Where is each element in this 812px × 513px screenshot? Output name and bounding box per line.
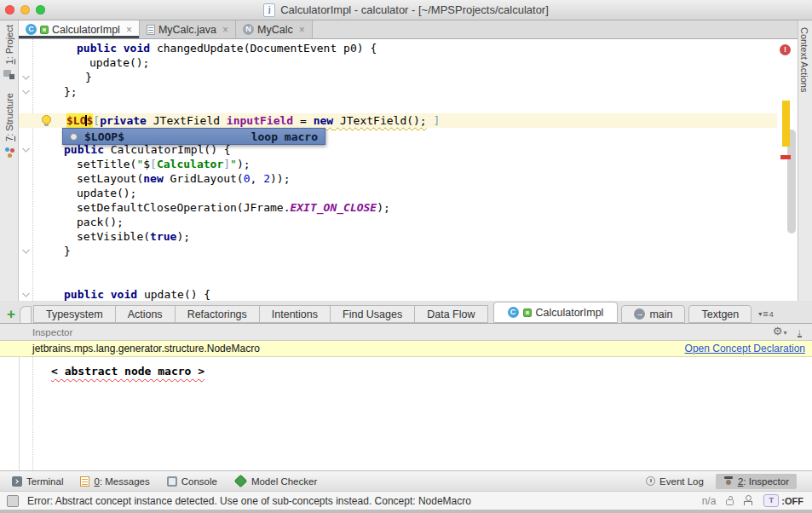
code-token[interactable]: public void — [77, 42, 157, 55]
code-token[interactable]: inputField — [227, 114, 293, 127]
tool-window-button-console[interactable]: Console — [167, 476, 217, 487]
code-token[interactable]: public — [64, 143, 104, 156]
code-token[interactable]: public void — [64, 288, 144, 301]
file-error-indicator-icon[interactable]: ! — [780, 44, 791, 55]
code-line[interactable] — [19, 258, 798, 273]
code-token[interactable]: )); — [270, 172, 290, 185]
inspector-cell-content[interactable]: < abstract node macro > — [51, 365, 204, 378]
intention-bulb-icon[interactable] — [42, 115, 51, 124]
code-token[interactable]: setVisible( — [77, 230, 150, 243]
inspector-body[interactable]: < abstract node macro > — [0, 357, 812, 470]
module-tab-main[interactable]: →main — [621, 305, 685, 323]
code-editor[interactable]: public void changedUpdate(DocumentEvent … — [19, 39, 798, 301]
code-token[interactable]: private — [100, 114, 147, 127]
aspect-tab-refactorings[interactable]: Refactorings — [176, 305, 260, 323]
aspect-tab-find-usages[interactable]: Find Usages — [331, 305, 415, 323]
code-token[interactable]: [ — [150, 158, 157, 170]
code-token[interactable]: JTextField(); — [333, 114, 427, 127]
close-tab-icon[interactable]: × — [126, 24, 132, 36]
code-token[interactable]: ); — [377, 201, 390, 214]
gear-icon[interactable]: ⚙▾ — [773, 326, 787, 338]
code-token[interactable]: ); — [237, 158, 251, 170]
code-token[interactable]: , — [251, 172, 264, 185]
code-token[interactable]: 0 — [244, 172, 251, 185]
code-line[interactable]: $LO$[private JTextField inputField = new… — [19, 113, 798, 128]
fold-marker-icon[interactable] — [21, 72, 30, 81]
close-tab-icon[interactable]: × — [299, 24, 305, 36]
code-token[interactable] — [427, 114, 434, 127]
code-token[interactable]: " — [230, 158, 237, 170]
tool-button-context-actions[interactable]: Context Actions — [799, 27, 809, 92]
code-line[interactable]: public void changedUpdate(DocumentEvent … — [19, 41, 798, 55]
completion-popup[interactable]: $LOOP$ loop macro — [62, 128, 325, 145]
fold-marker-icon[interactable] — [21, 246, 30, 255]
editor-tab[interactable]: CCalculatorImpl× — [19, 20, 140, 38]
close-tab-icon[interactable]: × — [222, 24, 228, 36]
code-line[interactable]: }; — [19, 84, 798, 99]
code-token[interactable]: CalculatorImpl() { — [104, 143, 231, 156]
code-token[interactable]: changedUpdate(DocumentEvent p0) { — [157, 42, 377, 55]
code-line[interactable]: update(); — [19, 186, 798, 200]
aspect-tab-intentions[interactable]: Intentions — [260, 305, 331, 323]
editor-tab[interactable]: MyCalc.java× — [140, 20, 236, 38]
hector-inspections-icon[interactable] — [744, 495, 753, 506]
unlock-icon[interactable] — [726, 499, 734, 505]
code-token[interactable]: ] — [223, 158, 230, 170]
code-token[interactable]: update(); — [77, 187, 136, 199]
code-token[interactable]: JTextField — [147, 114, 227, 127]
code-token[interactable]: EXIT_ON_CLOSE — [290, 201, 377, 214]
tool-window-button-eventlog[interactable]: Event Log — [646, 476, 704, 487]
tool-window-button-modelchecker[interactable]: Model Checker — [234, 476, 317, 487]
code-token[interactable]: new — [143, 172, 163, 185]
code-line[interactable] — [19, 99, 798, 113]
code-token[interactable]: = — [293, 114, 313, 127]
hide-panel-icon[interactable]: ↓ — [798, 327, 803, 337]
code-token[interactable]: Calculator — [157, 158, 223, 170]
tool-window-button-messages[interactable]: 0: Messages — [80, 476, 149, 487]
aspect-tab-typesystem[interactable]: Typesystem — [33, 305, 116, 323]
scrollbar-warning-stripe[interactable] — [782, 101, 790, 147]
code-token[interactable]: update(); — [89, 56, 149, 69]
tab-list-dropdown-icon[interactable]: ▾≡4 — [758, 308, 773, 319]
aspect-tab-data-flow[interactable]: Data Flow — [415, 305, 487, 323]
code-line[interactable]: update(); — [19, 55, 798, 70]
code-token[interactable]: setDefaultCloseOperation(JFrame. — [77, 201, 290, 214]
code-line[interactable] — [19, 273, 798, 287]
code-line[interactable]: } — [19, 244, 798, 258]
code-line[interactable]: public void update() { — [19, 287, 798, 301]
typesystem-badge[interactable]: T — [763, 494, 779, 507]
code-line[interactable]: setTitle("$[Calculator]"); — [19, 157, 798, 171]
code-token[interactable]: ); — [176, 230, 190, 243]
code-token[interactable] — [85, 115, 87, 126]
completion-item-name[interactable]: $LOOP$ — [84, 130, 124, 143]
aspect-tab-actions[interactable]: Actions — [116, 305, 176, 323]
tool-window-button-terminal[interactable]: Terminal — [12, 476, 63, 487]
tool-window-button-inspector[interactable]: 2: Inspector — [716, 474, 797, 489]
code-token[interactable]: [ — [93, 114, 100, 127]
tool-button-structure[interactable]: 7: Structure — [3, 93, 15, 159]
code-token[interactable]: true — [150, 230, 176, 243]
code-token[interactable]: } — [85, 71, 92, 84]
code-token[interactable]: ] — [434, 114, 441, 127]
code-token[interactable]: $ — [143, 158, 150, 170]
module-tab-textgen[interactable]: Textgen — [688, 305, 752, 323]
open-concept-declaration-link[interactable]: Open Concept Declaration — [685, 343, 805, 354]
editor-tab[interactable]: NMyCalc× — [236, 20, 313, 38]
add-aspect-tab-button[interactable]: + — [7, 307, 15, 321]
tool-button-project[interactable]: 1: Project — [3, 25, 14, 79]
toolwindow-toggle-icon[interactable] — [7, 495, 19, 507]
fold-marker-icon[interactable] — [21, 145, 30, 153]
fold-marker-icon[interactable] — [21, 290, 30, 298]
code-token[interactable]: 2 — [263, 172, 270, 185]
code-token[interactable]: setLayout( — [77, 172, 143, 185]
code-token[interactable]: new — [314, 114, 333, 127]
code-token[interactable]: setTitle( — [77, 158, 136, 170]
code-line[interactable]: pack(); — [19, 215, 798, 229]
code-token[interactable]: pack(); — [77, 216, 124, 228]
code-line[interactable]: } — [19, 70, 798, 84]
titlebar[interactable]: j CalculatorImpl - calculator - [~/MPSPr… — [0, 0, 812, 20]
code-token[interactable]: } — [64, 245, 71, 257]
fold-marker-icon[interactable] — [21, 87, 30, 95]
code-line[interactable]: setLayout(new GridLayout(0, 2)); — [19, 171, 798, 186]
code-line[interactable]: setDefaultCloseOperation(JFrame.EXIT_ON_… — [19, 200, 798, 215]
